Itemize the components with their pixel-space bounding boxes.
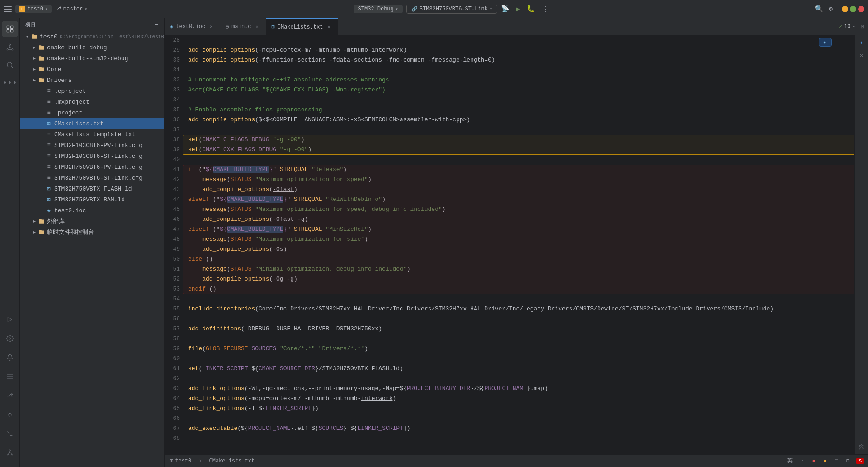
drivers-label: Drivers bbox=[47, 77, 164, 84]
code-line-34 bbox=[188, 95, 854, 105]
search-icon[interactable]: 🔍 bbox=[815, 5, 823, 13]
status-file[interactable]: CMakeLists.txt bbox=[207, 458, 256, 464]
flash-ld-file-icon: ⊡ bbox=[45, 185, 52, 192]
sidebar-collapse-icon[interactable]: ⋯ bbox=[155, 21, 159, 29]
activity-lines[interactable] bbox=[2, 368, 18, 385]
code-line-54 bbox=[188, 294, 854, 304]
project-icon: t bbox=[19, 6, 25, 12]
status-dot1[interactable]: · bbox=[799, 458, 806, 464]
status-circle2[interactable]: ● bbox=[822, 458, 829, 464]
ai-icon: ✦ bbox=[823, 39, 826, 45]
stm32f103-st-file-icon: ≡ bbox=[45, 152, 52, 160]
activity-structure[interactable] bbox=[2, 444, 18, 461]
tree-project[interactable]: ▶ ≡ .project bbox=[20, 107, 164, 118]
tab-cmakelists[interactable]: ⊞ CMakeLists.txt ✕ bbox=[266, 18, 338, 35]
tree-cproject[interactable]: ▶ ≡ .cproject bbox=[20, 86, 164, 96]
status-circle1[interactable]: ● bbox=[811, 458, 817, 464]
tree-stm32f103-pw[interactable]: ▶ ≡ STM32F103C8T6-PW-Link.cfg bbox=[20, 140, 164, 151]
ram-ld-label: STM32H750VBTX_RAM.ld bbox=[54, 196, 164, 203]
code-line-60 bbox=[188, 354, 854, 364]
tree-flash-ld[interactable]: ▶ ⊡ STM32H750VBTX_FLASH.ld bbox=[20, 183, 164, 194]
status-grid[interactable]: ⊞ bbox=[844, 457, 851, 464]
test0-ioc-file-icon: ◈ bbox=[45, 207, 52, 214]
cmake-build-type-hl-1: CMAKE_BUILD_TYPE bbox=[213, 166, 269, 173]
titlebar-left: t test0 ▾ ⎇ master ▾ bbox=[4, 5, 87, 13]
sonar-label: S bbox=[859, 458, 862, 464]
activity-search[interactable] bbox=[2, 57, 18, 73]
rp-icon-settings[interactable] bbox=[856, 442, 867, 453]
status-sonar-icon[interactable]: S bbox=[856, 458, 864, 464]
tree-test0-ioc[interactable]: ▶ ◈ test0.ioc bbox=[20, 205, 164, 216]
stm32f103-pw-label: STM32F103C8T6-PW-Link.cfg bbox=[54, 142, 164, 149]
rp-icon-close[interactable]: ✕ bbox=[856, 50, 867, 61]
tab-actions: ✓ 10 ▾ ⊡ bbox=[835, 18, 868, 35]
tree-cmake-build-stm32-debug[interactable]: ▶ cmake-build-stm32-debug bbox=[20, 53, 164, 64]
sidebar-content: ▾ test0 D:\Programme\CLion_Test\STM32\te… bbox=[20, 31, 164, 467]
tree-core[interactable]: ▶ Core bbox=[20, 64, 164, 75]
tree-mxproject[interactable]: ▶ ≡ .mxproject bbox=[20, 96, 164, 107]
tab-main-c[interactable]: ◎ main.c ✕ bbox=[220, 18, 266, 35]
code-line-59: file(GLOB_RECURSE SOURCES "Core/*.*" "Dr… bbox=[188, 344, 854, 354]
tree-cmakelists[interactable]: ▶ ⊞ CMakeLists.txt bbox=[20, 118, 164, 129]
stm32h750-pw-file-icon: ≡ bbox=[45, 163, 52, 171]
hamburger-menu-icon[interactable] bbox=[4, 6, 12, 12]
rp-icon-ai[interactable]: ✦ bbox=[856, 37, 867, 48]
tree-root[interactable]: ▾ test0 D:\Programme\CLion_Test\STM32\te… bbox=[20, 31, 164, 42]
tree-external-libs[interactable]: ▶ 外部库 bbox=[20, 216, 164, 227]
tab-cmake-close[interactable]: ✕ bbox=[326, 24, 332, 30]
svg-rect-2 bbox=[7, 30, 9, 32]
activity-git2[interactable]: ⎇ bbox=[2, 387, 18, 404]
tree-ram-ld[interactable]: ▶ ⊡ STM32H750VBTX_RAM.ld bbox=[20, 194, 164, 205]
tree-cmakelists-template[interactable]: ▶ ≡ CMakeLists_template.txt bbox=[20, 129, 164, 140]
tree-temp-files[interactable]: ▶ 临时文件和控制台 bbox=[20, 227, 164, 238]
svg-point-5 bbox=[7, 49, 8, 50]
run-button[interactable]: ▶ bbox=[516, 5, 520, 14]
code-body[interactable]: 28 29 30 31 32 33 34 35 36 37 38 39 40 4… bbox=[165, 35, 854, 454]
activity-bug[interactable] bbox=[2, 406, 18, 423]
tab-mainc-close[interactable]: ✕ bbox=[254, 24, 260, 29]
svg-point-18 bbox=[861, 446, 862, 448]
activity-bottom: ⎇ bbox=[2, 310, 18, 465]
status-project[interactable]: ⊞ test0 bbox=[168, 457, 193, 464]
cmake-build-type-hl-2: CMAKE_BUILD_TYPE bbox=[227, 196, 283, 203]
activity-settings[interactable] bbox=[2, 330, 18, 347]
activity-terminal[interactable] bbox=[2, 425, 18, 442]
activity-files[interactable] bbox=[2, 21, 18, 37]
close-button[interactable]: ✕ bbox=[858, 6, 864, 12]
code-line-56 bbox=[188, 314, 854, 324]
tree-stm32f103-st[interactable]: ▶ ≡ STM32F103C8T6-ST-Link.cfg bbox=[20, 151, 164, 162]
activity-run[interactable] bbox=[2, 311, 18, 328]
code-inner: 28 29 30 31 32 33 34 35 36 37 38 39 40 4… bbox=[165, 35, 854, 443]
status-square[interactable]: □ bbox=[833, 458, 840, 464]
tree-drivers[interactable]: ▶ Drivers bbox=[20, 75, 164, 86]
activity-git[interactable] bbox=[2, 39, 18, 55]
debug-config-chip[interactable]: STM32_Debug ▾ bbox=[354, 5, 403, 13]
debug-button[interactable]: 🐛 bbox=[527, 5, 535, 13]
cproject-label: .cproject bbox=[54, 88, 164, 95]
st-link-chip[interactable]: 🔗 STM32H750VBT6-ST-Link ▾ bbox=[406, 5, 497, 14]
tab-ioc-close[interactable]: ✕ bbox=[208, 24, 214, 29]
split-icon[interactable]: ⊡ bbox=[861, 23, 864, 30]
ai-assist-button[interactable]: ✦ bbox=[819, 38, 832, 47]
activity-notifications[interactable] bbox=[2, 349, 18, 366]
code-line-33: #set(CMAKE_CXX_FLAGS "${CMAKE_CXX_FLAGS}… bbox=[188, 85, 854, 95]
tab-test0-ioc[interactable]: ◈ test0.ioc ✕ bbox=[165, 18, 220, 35]
flash-ld-label: STM32H750VBTX_FLASH.ld bbox=[54, 186, 164, 192]
settings-icon[interactable]: ⚙ bbox=[829, 5, 833, 13]
check-expand-icon[interactable]: ▾ bbox=[853, 24, 856, 29]
more-options-icon[interactable]: ⋮ bbox=[542, 5, 549, 14]
tree-stm32h750-pw[interactable]: ▶ ≡ STM32H750VBT6-PW-Link.cfg bbox=[20, 162, 164, 172]
activity-more[interactable]: ••• bbox=[2, 75, 18, 91]
code-line-55: include_directories(Core/Inc Drivers/STM… bbox=[188, 304, 854, 314]
temp-files-label: 临时文件和控制台 bbox=[47, 228, 164, 236]
antenna-icon[interactable]: 📡 bbox=[501, 5, 509, 13]
maximize-button[interactable]: □ bbox=[850, 6, 856, 12]
project-name: test0 bbox=[27, 6, 43, 12]
minimize-button[interactable]: ─ bbox=[842, 6, 848, 12]
code-line-42: message(STATUS "Maximum optimization for… bbox=[188, 175, 854, 185]
status-lang-en[interactable]: 英 bbox=[785, 457, 794, 465]
tree-cmake-build-debug[interactable]: ▶ cmake-build-debug bbox=[20, 42, 164, 53]
project-chip[interactable]: t test0 ▾ bbox=[15, 5, 52, 13]
tree-stm32h750-st[interactable]: ▶ ≡ STM32H750VBT6-ST-Link.cfg bbox=[20, 172, 164, 183]
branch-chip[interactable]: ⎇ master ▾ bbox=[55, 5, 87, 12]
